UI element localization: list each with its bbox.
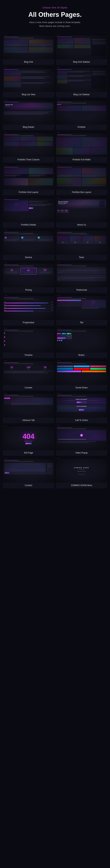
card-progressbar[interactable]: Skill 190% Skill 275% Skill 385% Skill 4… [3,295,54,326]
page-wrapper: Choose One Of Styles All Others Pages. H… [0,0,110,490]
cards-grid: Blog Grid [0,32,110,490]
card-advance-tab-thumb [3,393,54,417]
card-social-share-label: Social Share [56,385,107,391]
card-tab[interactable]: Tab [56,295,107,326]
card-video-popup-thumb [56,425,107,450]
card-blog-list-sidebar[interactable]: Blog List Sidebar [56,67,107,97]
page-title: All Others Pages. [4,11,106,19]
card-button-label: Button [56,352,107,358]
card-contact-label: Contact [3,483,54,488]
card-social-share[interactable]: f t in [56,360,107,391]
card-blog-details[interactable]: Blog Post Title Author · Date Blog Detai… [3,99,54,130]
card-404-page[interactable]: 404 Page Not Found 404 Page [3,425,54,456]
card-pricing-label: Pricing [3,287,54,293]
card-portfolio-box-layout-label: Portfolio Box Layout [56,189,107,195]
card-portfolio-box-layout-thumb [56,164,107,189]
card-button[interactable]: Button [56,327,107,358]
card-portfolio-grid-layout[interactable]: Portfolio Grid Layout [3,164,54,195]
card-portfolio-details[interactable]: Portfolio Details [3,197,54,228]
card-portfolio-details-label: Portfolio Details [3,222,54,228]
card-call-to-action-label: Call To Action [56,417,107,423]
card-timeline-thumb [3,327,54,352]
card-blog-grid[interactable]: Blog Grid [3,34,54,65]
card-service[interactable]: Service [3,229,54,260]
card-coming-soon-label: COMING SOON More [56,483,107,488]
card-social-share-thumb: f t in [56,360,107,385]
card-portfolio-three-col[interactable]: Portfolio Three Column [3,132,54,163]
card-pricing-thumb: Basic $29 Pro $59 [3,262,54,287]
card-portfolio-three-col-thumb [3,132,54,157]
card-blog-list-sidebar-label: Blog List Sidebar [56,92,107,97]
card-blog-list-view-thumb [3,67,54,92]
card-blog-list-view-label: Blog List View [3,92,54,97]
card-blog-grid-thumb [3,34,54,59]
card-portfolio-label: Portfolio [56,124,107,130]
card-counter[interactable]: 29 Projects 110 Clients 99 Awards [3,360,54,391]
card-about-us[interactable]: We are a Corporate Business Agency We he… [56,197,107,228]
card-video-popup-label: Video Popup [56,450,107,456]
card-timeline-label: Timeline [3,352,54,358]
card-blog-details-thumb: Blog Post Title Author · Date [3,99,54,124]
card-portfolio-box-layout[interactable]: Portfolio Box Layout [56,164,107,195]
card-blog-grid-sidebar-thumb [56,34,107,59]
card-coming-soon[interactable]: COMING SOON More demos coming COMING SOO… [56,458,107,488]
card-team-thumb: Name Role Name Role Name R [56,229,107,255]
card-contact-thumb [3,458,54,483]
card-testimonial-thumb: " " [56,262,107,287]
card-testimonial-label: Testimonial [56,287,107,293]
card-service-thumb [3,229,54,255]
card-counter-thumb: 29 Projects 110 Clients 99 Awards [3,360,54,385]
card-portfolio-grid-layout-label: Portfolio Grid Layout [3,189,54,195]
card-video-popup[interactable]: Video Popup [56,425,107,456]
card-tab-thumb [56,295,107,320]
card-progressbar-label: Progressbar [3,320,54,326]
card-tab-label: Tab [56,320,107,326]
card-button-thumb [56,327,107,352]
card-testimonial[interactable]: " " [56,262,107,293]
card-call-to-action[interactable]: Ready to Get Started? Join Our Newslette… [56,393,107,423]
card-blog-grid-sidebar[interactable]: Blog Grid Sidebar [56,34,107,65]
card-advance-tab[interactable]: Advance Tab [3,393,54,423]
header: Choose One Of Styles All Others Pages. H… [0,0,110,32]
card-service-label: Service [3,255,54,260]
header-tag: Choose One Of Styles [4,6,106,9]
card-portfolio-full-width-thumb [56,132,107,157]
card-advance-tab-label: Advance Tab [3,417,54,423]
card-portfolio-three-col-label: Portfolio Three Column [3,157,54,163]
card-blog-details-label: Blog Details [3,124,54,130]
card-portfolio-grid-layout-thumb [3,164,54,189]
video-play-icon [80,434,83,437]
card-about-us-thumb: We are a Corporate Business Agency We he… [56,197,107,222]
card-counter-label: Counter [3,385,54,391]
card-blog-list-view[interactable]: Blog List View [3,67,54,97]
card-pricing[interactable]: Basic $29 Pro $59 [3,262,54,293]
card-portfolio-full-width-label: Portfolio Full Width [56,157,107,163]
card-progressbar-thumb: Skill 190% Skill 275% Skill 385% Skill 4… [3,295,54,320]
card-blog-grid-label: Blog Grid [3,59,54,65]
card-team-label: Team [56,255,107,260]
card-blog-grid-sidebar-label: Blog Grid Sidebar [56,59,107,65]
card-call-to-action-thumb: Ready to Get Started? Join Our Newslette… [56,393,107,417]
header-subtitle: Have a nice Inner pages include in doob … [4,21,106,28]
card-coming-soon-thumb: COMING SOON More demos coming [56,458,107,483]
card-portfolio-thumb [56,99,107,124]
card-blog-list-sidebar-thumb [56,67,107,92]
card-404-page-thumb: 404 Page Not Found [3,425,54,450]
card-404-page-label: 404 Page [3,450,54,456]
card-portfolio-details-thumb [3,197,54,222]
card-contact[interactable]: Contact [3,458,54,488]
card-portfolio[interactable]: Portfolio [56,99,107,130]
card-timeline[interactable]: Timeline [3,327,54,358]
card-about-us-label: About Us [56,222,107,228]
card-team[interactable]: Name Role Name Role Name R [56,229,107,260]
card-portfolio-full-width[interactable]: Portfolio Full Width [56,132,107,163]
